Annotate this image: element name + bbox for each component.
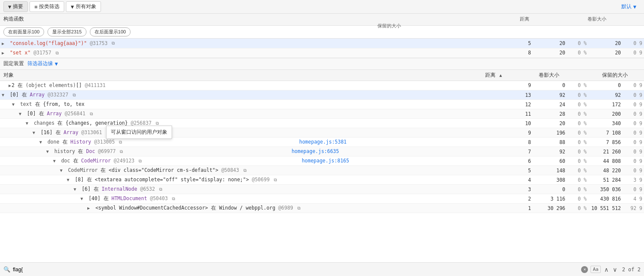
obj-copy-7[interactable]: ⧉ xyxy=(120,149,126,154)
obj-row-10[interactable]: [8] 在 <textarea autocomplete="off" style… xyxy=(0,175,644,185)
obj-row-9-shadow-pct: 0 % xyxy=(567,166,588,175)
obj-copy-3[interactable]: ⧉ xyxy=(90,111,96,117)
obj-arrow-3[interactable] xyxy=(19,111,24,116)
obj-row-2-shadow: 24 xyxy=(533,100,567,109)
show-all-button[interactable]: 显示全部2315 xyxy=(47,27,86,36)
tab-filter-label: 按类筛选 xyxy=(39,3,59,10)
obj-arrow-12[interactable] xyxy=(80,196,86,201)
obj-row-3[interactable]: [0] 在 Array @256841 ⧉ 11 28 0 % 200 0 9 xyxy=(0,109,644,119)
obj-row-7-shadow-pct: 0 % xyxy=(567,147,588,156)
arrow-2[interactable] xyxy=(2,51,7,55)
obj-row-4-retained-pct: 0 9 xyxy=(623,119,644,128)
row-2-dist: 8 xyxy=(499,48,533,57)
obj-row-0[interactable]: 2 在 (object elements)[] @411131 9 0 0 % … xyxy=(0,81,644,90)
obj-row-13[interactable]: <symbol Window#DocumentCachedAccessor> 在… xyxy=(0,204,644,213)
obj-col-shadow-label: 卷影大小 xyxy=(504,72,559,79)
obj-arrow-1[interactable] xyxy=(2,93,7,97)
sort-arrow[interactable]: ▲ xyxy=(499,73,502,78)
obj-row-13-retained: 10 551 512 xyxy=(588,204,623,213)
obj-copy-9[interactable]: ⧉ xyxy=(243,168,249,173)
obj-row-5-text: [16] 在 Array @313061 xyxy=(41,129,102,135)
row-2-text: "set x" xyxy=(10,50,30,56)
obj-copy-13[interactable]: ⧉ xyxy=(297,206,303,211)
obj-copy-10[interactable]: ⧉ xyxy=(274,177,280,183)
obj-row-0-retained-pct: 0 9 xyxy=(623,81,644,90)
obj-copy-11[interactable]: ⧉ xyxy=(159,187,165,192)
obj-row-7-shadow: 92 xyxy=(533,147,567,156)
obj-row-11-dist: 3 xyxy=(499,185,533,194)
arrow-1[interactable] xyxy=(2,41,7,46)
copy-icon-1[interactable]: ⧉ xyxy=(112,41,118,46)
tab-all-objects[interactable]: ▼ 所有对象 xyxy=(66,1,101,12)
default-label: 默认 xyxy=(621,3,632,10)
obj-row-9[interactable]: CodeMirror 在 <div class="CodeMirror cm-s… xyxy=(0,166,644,175)
obj-copy-1[interactable]: ⧉ xyxy=(73,93,79,98)
obj-row-11[interactable]: [6] 在 InternalNode @6532 ⧉ 3 0 0 % 350 0… xyxy=(0,185,644,194)
obj-copy-4[interactable]: ⧉ xyxy=(156,121,162,126)
obj-row-1-dist: 13 xyxy=(499,90,533,100)
constructor-table: "console.log("flag{aaa}")" @31753 ⧉ 5 20… xyxy=(0,39,644,58)
default-dropdown[interactable]: 默认 ▼ xyxy=(617,2,641,12)
obj-arrow-8[interactable] xyxy=(53,159,58,163)
obj-arrow-5[interactable] xyxy=(33,130,38,135)
obj-copy-6[interactable]: ⧉ xyxy=(119,140,125,145)
obj-row-10-retained-pct: 3 9 xyxy=(623,175,644,185)
obj-row-12[interactable]: [40] 在 HTMLDocument @50403 ⧉ 2 3 116 0 %… xyxy=(0,194,644,204)
obj-row-6[interactable]: done 在 History @313005 ⧉ homepage.js:538… xyxy=(0,138,644,147)
row-1-retained: 20 xyxy=(588,39,623,48)
copy-icon-2[interactable]: ⧉ xyxy=(56,51,62,56)
constructor-row-2[interactable]: "set x" @31757 ⧉ 8 20 0 % 20 0 9 xyxy=(0,48,644,57)
tab-summary[interactable]: ▼ 摘要 xyxy=(3,1,28,12)
obj-row-9-name: CodeMirror 在 <div class="CodeMirror cm-s… xyxy=(0,166,499,175)
obj-row-4[interactable]: changes 在 {changes, generation} @256837 … xyxy=(0,119,644,128)
obj-arrow-6[interactable] xyxy=(39,140,45,144)
obj-row-9-text-key: CodeMirror xyxy=(68,167,98,173)
obj-row-4-dist: 10 xyxy=(499,119,533,128)
obj-row-11-text: [6] 在 InternalNode @6532 xyxy=(82,186,155,192)
obj-row-1-name: [0] 在 Array @332327 ⧉ xyxy=(0,90,499,100)
obj-row-7-retained: 21 260 xyxy=(588,147,623,156)
constructor-row-1[interactable]: "console.log("flag{aaa}")" @31753 ⧉ 5 20… xyxy=(0,39,644,48)
show-before-button[interactable]: 在前面显示100 xyxy=(3,27,44,36)
obj-row-8-retained: 44 808 xyxy=(588,156,623,166)
obj-row-13-retained-pct: 92 9 xyxy=(623,204,644,213)
obj-row-10-retained: 51 284 xyxy=(588,175,623,185)
obj-arrow-0[interactable] xyxy=(2,83,9,88)
obj-arrow-11[interactable] xyxy=(74,187,79,192)
obj-row-3-retained-pct: 0 9 xyxy=(623,109,644,119)
obj-arrow-10[interactable] xyxy=(67,177,72,182)
obj-arrow-9[interactable] xyxy=(60,168,65,173)
obj-row-5[interactable]: [16] 在 Array @313061 ⧉ 9 196 0 % 7 108 0… xyxy=(0,128,644,138)
obj-row-0-dist: 9 xyxy=(499,81,533,90)
obj-row-1-retained-pct: 0 9 xyxy=(623,90,644,100)
obj-row-7[interactable]: history 在 Doc @69977 ⧉ homepage.js:6635 … xyxy=(0,147,644,156)
obj-arrow-7[interactable] xyxy=(46,149,51,154)
obj-arrow-2[interactable] xyxy=(12,102,17,107)
obj-col-dist-label: 距离 ▲ xyxy=(469,72,504,79)
constructor-row-2-name: "set x" @31757 ⧉ xyxy=(0,48,499,57)
obj-row-3-name: [0] 在 Array @256841 ⧉ xyxy=(0,109,499,119)
obj-link-8[interactable]: homepage.js:8165 xyxy=(302,158,349,164)
obj-row-2[interactable]: text 在 {from, to, tex 12 24 0 % 172 0 9 xyxy=(0,100,644,109)
obj-row-3-shadow: 28 xyxy=(533,109,567,119)
obj-copy-8[interactable]: ⧉ xyxy=(139,159,145,164)
show-after-button[interactable]: 在后面显示100 xyxy=(90,27,131,36)
obj-row-2-shadow-pct: 0 % xyxy=(567,100,588,109)
filter-edge[interactable]: 筛选器边缘 ▼ xyxy=(27,60,58,67)
tab-filter[interactable]: ≡ 按类筛选 xyxy=(30,1,64,12)
obj-row-7-text: history xyxy=(54,148,75,154)
obj-row-6-shadow: 88 xyxy=(533,138,567,147)
obj-arrow-13[interactable] xyxy=(87,206,92,210)
obj-copy-5[interactable]: ⧉ xyxy=(106,130,112,135)
obj-link-7[interactable]: homepage.js:6635 xyxy=(291,148,339,154)
funnel-all-icon: ▼ xyxy=(71,4,74,10)
tab-all-objects-label: 所有对象 xyxy=(76,3,96,10)
obj-arrow-4[interactable] xyxy=(26,121,31,126)
obj-copy-12[interactable]: ⧉ xyxy=(172,196,178,201)
obj-row-1[interactable]: [0] 在 Array @332327 ⧉ 13 92 0 % 92 0 9 xyxy=(0,90,644,100)
obj-row-5-retained-pct: 0 9 xyxy=(623,128,644,138)
obj-link-6[interactable]: homepage.js:5381 xyxy=(299,139,347,145)
obj-row-10-shadow-pct: 0 % xyxy=(567,175,588,185)
obj-row-8[interactable]: doc 在 CodeMirror @249123 ⧉ homepage.js:8… xyxy=(0,156,644,166)
obj-row-10-dist: 4 xyxy=(499,175,533,185)
